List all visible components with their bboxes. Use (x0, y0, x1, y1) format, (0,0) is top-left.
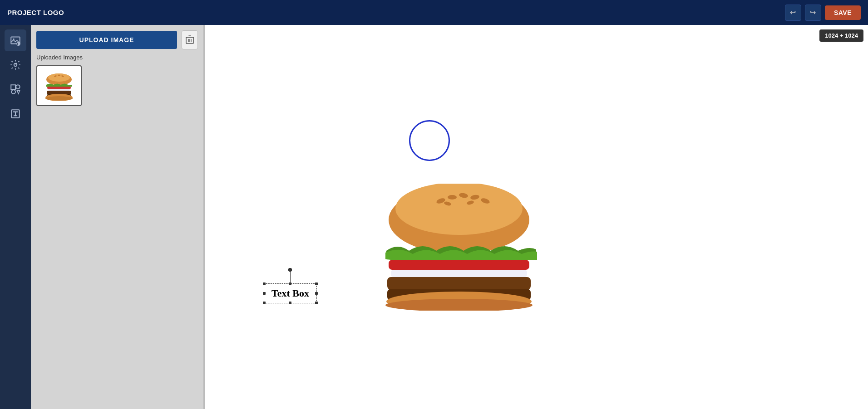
svg-rect-18 (47, 91, 71, 94)
trash-icon (185, 35, 194, 45)
handle-mr[interactable] (315, 292, 318, 295)
sidebar-item-image-tool[interactable]: i (5, 29, 26, 51)
image-thumbnail[interactable] (36, 65, 82, 106)
handle-ml[interactable] (263, 292, 266, 295)
svg-text:i: i (17, 42, 18, 46)
uploaded-images-label: Uploaded Images (36, 54, 198, 61)
header-actions: ↩ ↪ SAVE (785, 5, 861, 21)
svg-rect-16 (47, 87, 71, 89)
circle-shape[interactable] (409, 120, 450, 161)
handle-bm[interactable] (289, 302, 291, 304)
redo-button[interactable]: ↪ (805, 5, 821, 21)
svg-rect-17 (48, 89, 70, 91)
textbox-text: Text Box (271, 287, 309, 299)
svg-point-7 (11, 90, 15, 94)
textbox-element[interactable]: Text Box (264, 270, 317, 303)
burger-large-svg (373, 184, 545, 311)
coordinates-badge: 1024 + 1024 (819, 29, 863, 42)
sidebar-icons: i (0, 25, 31, 409)
shapes-icon (10, 83, 21, 95)
svg-point-25 (448, 195, 457, 200)
main-layout: i (0, 25, 868, 409)
images-grid (36, 65, 198, 106)
redo-icon: ↪ (810, 8, 816, 17)
handle-dot-top (288, 268, 292, 272)
undo-button[interactable]: ↩ (785, 5, 801, 21)
burger-canvas-image[interactable] (373, 184, 545, 311)
burger-thumbnail-svg (41, 71, 77, 101)
textbox-box[interactable]: Text Box (264, 283, 317, 303)
sidebar-item-edit-tool[interactable] (5, 54, 26, 76)
textbox-top-handle (290, 270, 291, 283)
left-panel: UPLOAD IMAGE Uploaded Images (31, 25, 203, 409)
svg-point-6 (16, 85, 20, 89)
save-button[interactable]: SAVE (825, 5, 861, 20)
svg-point-23 (395, 184, 523, 235)
image-icon: i (10, 34, 21, 46)
upload-row: UPLOAD IMAGE (36, 30, 198, 49)
undo-icon: ↩ (790, 8, 796, 17)
gear-edit-icon (10, 59, 21, 71)
svg-point-4 (14, 63, 17, 67)
handle-tm[interactable] (289, 282, 291, 285)
text-icon (10, 108, 21, 120)
handle-tl[interactable] (263, 282, 266, 285)
handle-br[interactable] (315, 302, 318, 304)
sidebar-item-text-tool[interactable] (5, 103, 26, 125)
upload-image-button[interactable]: UPLOAD IMAGE (36, 31, 177, 49)
svg-point-21 (45, 96, 73, 101)
svg-point-14 (58, 74, 60, 76)
handle-bl[interactable] (263, 302, 266, 304)
delete-button[interactable] (182, 30, 198, 49)
app-title: PROJECT LOGO (7, 9, 64, 16)
svg-marker-8 (17, 90, 20, 94)
svg-rect-32 (391, 270, 527, 277)
canvas-area[interactable]: 1024 + 1024 (205, 25, 868, 409)
svg-rect-5 (11, 85, 15, 89)
sidebar-item-shapes-tool[interactable] (5, 78, 26, 100)
header: PROJECT LOGO ↩ ↪ SAVE (0, 0, 868, 25)
handle-tr[interactable] (315, 282, 318, 285)
svg-rect-31 (389, 260, 529, 270)
svg-rect-33 (387, 277, 531, 290)
